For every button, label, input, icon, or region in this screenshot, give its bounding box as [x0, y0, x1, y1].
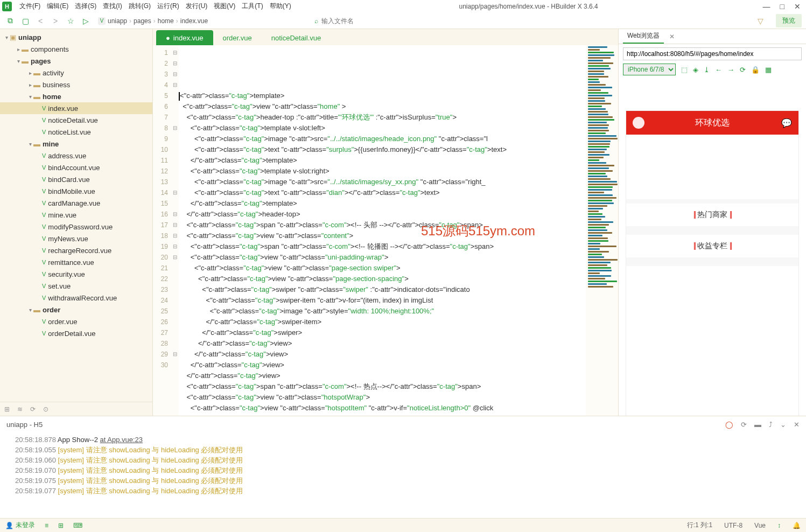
preview-inspect-icon[interactable]: ◈ — [693, 66, 698, 74]
new-file-icon[interactable]: ⧉ — [4, 15, 16, 27]
tree-file[interactable]: VrechargeRecord.vue — [0, 244, 152, 256]
encoding[interactable]: UTF-8 — [724, 522, 742, 529]
tree-order[interactable]: ▾▬order — [0, 304, 152, 316]
bc-pages[interactable]: pages — [134, 17, 151, 25]
tree-file[interactable]: VcardManage.vue — [0, 197, 152, 209]
sb-sync-icon[interactable]: ↕ — [777, 522, 781, 529]
console-panel: uniapp - H5 ◯ ⟳ ▬ ⤴ ⌄ ✕ 20:58:18.878 App… — [0, 416, 806, 518]
menu-file[interactable]: 文件(F) — [16, 1, 44, 12]
window-title: uniapp/pages/home/index.vue - HBuilder X… — [295, 3, 763, 10]
app-logo: H — [2, 2, 12, 11]
vue-icon: V — [98, 17, 106, 25]
preview-tab-close[interactable]: ✕ — [669, 33, 675, 40]
run-icon[interactable]: ▷ — [80, 15, 92, 27]
forward-icon[interactable]: > — [50, 15, 61, 27]
line-gutter[interactable]: 1234567891011121314151617181920212223242… — [153, 45, 171, 416]
preview-lock-icon[interactable]: 🔒 — [751, 66, 760, 74]
device-select[interactable]: iPhone 6/7/8 — [623, 64, 676, 75]
file-tree[interactable]: ▾▣uniapp ▸▬components ▾▬pages ▸▬activity… — [0, 29, 152, 402]
menu-run[interactable]: 运行(R) — [154, 1, 183, 12]
menu-select[interactable]: 选择(S) — [72, 1, 100, 12]
console-stop-icon[interactable]: ◯ — [725, 421, 733, 429]
tree-file[interactable]: Vaddress.vue — [0, 150, 152, 162]
console-restart-icon[interactable]: ⟳ — [741, 421, 747, 429]
tree-pages[interactable]: ▾▬pages — [0, 55, 152, 67]
bc-file[interactable]: index.vue — [180, 17, 208, 25]
code-editor[interactable]: 515源码515ym.com 515源码515ym.com <"c-attr">… — [179, 45, 586, 416]
console-output[interactable]: 20:58:18.878 App Show--2 at App.vue:2320… — [0, 432, 806, 518]
maximize-icon[interactable]: □ — [780, 2, 784, 11]
sb-icon-3[interactable]: ⌨ — [73, 522, 82, 529]
preview-back-icon[interactable]: ← — [715, 66, 722, 74]
minimap[interactable] — [586, 45, 618, 416]
tree-file-orderdetail[interactable]: VorderDetail.vue — [0, 327, 152, 339]
menu-tools[interactable]: 工具(T) — [239, 1, 266, 12]
menu-view[interactable]: 视图(V) — [211, 1, 239, 12]
tree-home[interactable]: ▾▬home — [0, 90, 152, 102]
menu-find[interactable]: 查找(I) — [100, 1, 125, 12]
sb-tool-4[interactable]: ⊙ — [43, 405, 48, 413]
minimize-icon[interactable]: — — [763, 2, 770, 11]
sb-icon-1[interactable]: ≡ — [45, 522, 48, 529]
tree-components[interactable]: ▸▬components — [0, 43, 152, 55]
menu-edit[interactable]: 编辑(E) — [44, 1, 72, 12]
user-status[interactable]: 👤 未登录 — [5, 521, 35, 530]
tree-file[interactable]: Vmine.vue — [0, 209, 152, 221]
bc-home[interactable]: home — [158, 17, 174, 25]
tree-file[interactable]: Vset.vue — [0, 280, 152, 292]
tree-root[interactable]: ▾▣uniapp — [0, 31, 152, 43]
back-icon[interactable]: < — [34, 15, 46, 27]
tree-file[interactable]: VwithdrawalRecord.vue — [0, 292, 152, 304]
tree-file-noticelist[interactable]: VnoticeList.vue — [0, 126, 152, 138]
menu-goto[interactable]: 跳转(G) — [125, 1, 154, 12]
preview-url-input[interactable] — [623, 47, 802, 60]
tree-file-noticedetail[interactable]: VnoticeDetail.vue — [0, 114, 152, 126]
console-collapse-icon[interactable]: ⌄ — [780, 421, 786, 429]
bc-root[interactable]: uniapp — [108, 17, 127, 25]
preview-button[interactable]: 预览 — [776, 14, 802, 27]
tree-file[interactable]: VbindCard.vue — [0, 173, 152, 185]
console-close-icon[interactable]: ✕ — [794, 421, 800, 429]
sb-tool-3[interactable]: ⟳ — [30, 405, 36, 413]
tree-file-index[interactable]: Vindex.vue — [0, 102, 152, 114]
sb-icon-2[interactable]: ⊞ — [58, 522, 64, 529]
menu-help[interactable]: 帮助(Y) — [267, 1, 295, 12]
tab-order[interactable]: order.vue — [213, 30, 262, 45]
tree-file[interactable]: Vsecurity.vue — [0, 268, 152, 280]
fold-column[interactable]: ⊟⊟⊟⊟⊟⊟⊟⊟⊟⊟⊟⊟ — [171, 45, 179, 416]
tree-file[interactable]: VbindMobile.vue — [0, 185, 152, 197]
console-export-icon[interactable]: ⤴ — [769, 421, 773, 429]
avatar-icon[interactable] — [633, 117, 644, 129]
tree-file[interactable]: Vremittance.vue — [0, 256, 152, 268]
close-icon[interactable]: ✕ — [794, 2, 801, 11]
tree-file[interactable]: VbindAccount.vue — [0, 162, 152, 173]
tree-mine[interactable]: ▾▬mine — [0, 138, 152, 150]
preview-export-icon[interactable]: ⤓ — [704, 66, 710, 74]
tab-noticedetail[interactable]: noticeDetail.vue — [262, 30, 331, 45]
tree-file-order[interactable]: Vorder.vue — [0, 316, 152, 327]
sb-tool-1[interactable]: ⊞ — [4, 405, 10, 413]
tree-business[interactable]: ▸▬business — [0, 79, 152, 90]
chat-icon[interactable]: 💬 — [781, 118, 792, 128]
preview-qr-icon[interactable]: ▦ — [765, 66, 772, 74]
preview-tab-web[interactable]: Web浏览器 — [623, 29, 664, 44]
tree-file[interactable]: VmyNews.vue — [0, 233, 152, 244]
console-clear-icon[interactable]: ▬ — [754, 421, 761, 429]
menu-publish[interactable]: 发行(U) — [183, 1, 211, 12]
preview-reload-icon[interactable]: ⟳ — [740, 66, 746, 74]
tree-activity[interactable]: ▸▬activity — [0, 67, 152, 79]
search-input[interactable] — [321, 17, 461, 25]
save-icon[interactable]: ▢ — [19, 15, 31, 27]
star-icon[interactable]: ☆ — [65, 15, 76, 27]
section-income: 收益专栏 — [697, 241, 727, 250]
preview-forward-icon[interactable]: → — [727, 66, 734, 74]
tab-index[interactable]: ● index.vue — [156, 30, 213, 45]
search-icon[interactable]: ⌕ — [314, 17, 318, 25]
preview-open-icon[interactable]: ⬚ — [681, 66, 688, 74]
phone-simulator[interactable]: 环球优选 💬 || 热门商家 || || 收益专栏 || ⌂首页 ☰订单 ♕商家… — [626, 111, 798, 416]
tree-file[interactable]: VmodifyPassword.vue — [0, 221, 152, 233]
language-mode[interactable]: Vue — [754, 522, 766, 529]
sb-tool-2[interactable]: ≋ — [17, 405, 23, 413]
sb-bell-icon[interactable]: 🔔 — [793, 522, 801, 529]
filter-icon[interactable]: ▽ — [754, 15, 766, 27]
